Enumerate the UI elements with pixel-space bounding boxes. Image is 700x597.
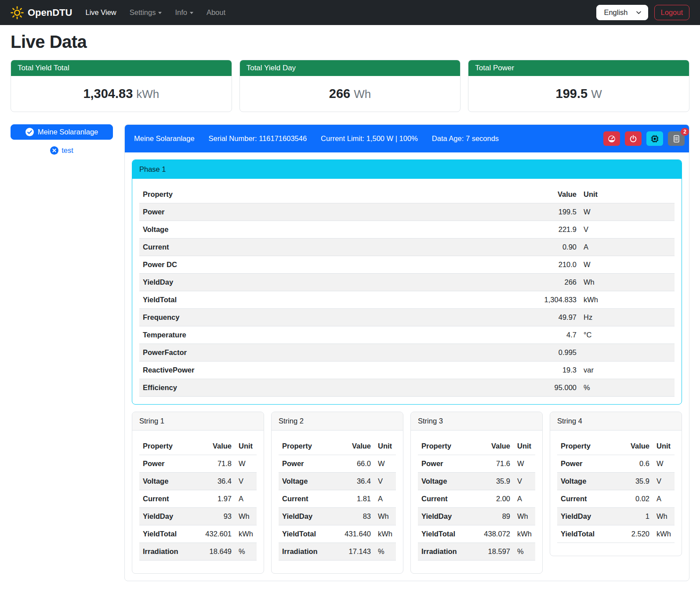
- limit-settings-button[interactable]: [603, 131, 620, 146]
- string-table: Property Value Unit Power0.6WVoltage35.9…: [557, 438, 675, 543]
- unit-cell: Wh: [580, 274, 675, 291]
- property-cell: Current: [139, 239, 538, 256]
- table-row: YieldDay266Wh: [139, 274, 675, 291]
- logout-button[interactable]: Logout: [654, 5, 689, 20]
- column-header-value: Value: [475, 438, 514, 455]
- inverter-header: Meine Solaranlage Serial Number: 1161716…: [125, 125, 689, 152]
- brand[interactable]: OpenDTU: [11, 6, 72, 19]
- unit-cell: A: [235, 490, 257, 508]
- table-header-row: Property Value Unit: [139, 186, 675, 203]
- string-table: Property Value Unit Power71.6WVoltage35.…: [418, 438, 535, 561]
- table-row: Power66.0W: [279, 455, 396, 473]
- value-cell: 17.143: [336, 543, 374, 561]
- value-cell: 431.640: [336, 525, 374, 543]
- summary-value: 266: [329, 87, 350, 101]
- value-cell: 89: [475, 508, 514, 525]
- table-row: Current0.02A: [557, 490, 675, 508]
- property-cell: YieldDay: [279, 508, 336, 525]
- power-button[interactable]: [625, 131, 642, 146]
- table-row: PowerFactor0.995: [139, 344, 675, 362]
- string-title: String 2: [272, 412, 403, 431]
- value-cell: 4.7: [538, 326, 580, 344]
- table-row: Efficiency95.000%: [139, 379, 675, 397]
- phase-title: Phase 1: [132, 160, 682, 179]
- table-row: Power0.6W: [557, 455, 675, 473]
- nav-links: Live View Settings Info About: [85, 8, 225, 17]
- inverter-card: Meine Solaranlage Serial Number: 1161716…: [124, 124, 689, 581]
- table-row: Power199.5W: [139, 203, 675, 221]
- string-table: Property Value Unit Power66.0WVoltage36.…: [279, 438, 396, 561]
- column-header-property: Property: [139, 186, 538, 203]
- column-header-property: Property: [139, 438, 196, 455]
- summary-unit: kWh: [136, 87, 159, 101]
- value-cell: 35.9: [475, 473, 514, 490]
- unit-cell: W: [580, 203, 675, 221]
- page-title: Live Data: [11, 32, 689, 52]
- property-cell: YieldTotal: [279, 525, 336, 543]
- inverter-sidebar: Meine Solaranlage test: [11, 124, 113, 155]
- property-cell: YieldDay: [139, 508, 196, 525]
- power-icon: [629, 135, 637, 143]
- navbar: OpenDTU Live View Settings Info About En…: [0, 0, 700, 25]
- value-cell: 36.4: [336, 473, 374, 490]
- table-header-row: Property Value Unit: [418, 438, 535, 455]
- value-cell: 95.000: [538, 379, 580, 397]
- column-header-property: Property: [418, 438, 475, 455]
- value-cell: 0.90: [538, 239, 580, 256]
- value-cell: 0.995: [538, 344, 580, 362]
- summary-card-title: Total Yield Total: [11, 60, 232, 76]
- column-header-unit: Unit: [374, 438, 396, 455]
- unit-cell: %: [235, 543, 257, 561]
- nav-item-info[interactable]: Info: [175, 8, 193, 17]
- property-cell: Voltage: [279, 473, 336, 490]
- string-table: Property Value Unit Power71.8WVoltage36.…: [139, 438, 257, 561]
- inverter-name: Meine Solaranlage: [134, 134, 195, 143]
- event-log-button[interactable]: 2: [668, 131, 685, 146]
- property-cell: Current: [418, 490, 475, 508]
- property-cell: Irradiation: [418, 543, 475, 561]
- device-info-button[interactable]: [646, 131, 663, 146]
- value-cell: 210.0: [538, 256, 580, 274]
- unit-cell: V: [374, 473, 396, 490]
- property-cell: Voltage: [557, 473, 614, 490]
- inverter-serial: Serial Number: 116171603546: [209, 134, 307, 143]
- unit-cell: kWh: [653, 525, 675, 543]
- nav-item-about[interactable]: About: [207, 8, 225, 17]
- summary-unit: W: [591, 87, 602, 101]
- property-cell: Voltage: [139, 473, 196, 490]
- inverter-select-button[interactable]: Meine Solaranlage: [11, 124, 113, 140]
- sun-icon: [11, 6, 24, 19]
- string-title: String 1: [132, 412, 264, 431]
- unit-cell: V: [514, 473, 535, 490]
- property-cell: Efficiency: [139, 379, 538, 397]
- table-row: Voltage35.9V: [418, 473, 535, 490]
- nav-item-settings[interactable]: Settings: [130, 8, 162, 17]
- column-header-property: Property: [557, 438, 614, 455]
- property-cell: YieldTotal: [418, 525, 475, 543]
- unit-cell: W: [235, 455, 257, 473]
- summary-card-total-yield-day: Total Yield Day 266Wh: [239, 60, 461, 112]
- phase-card: Phase 1 Property Value Unit Power199.5WV…: [132, 159, 682, 405]
- unit-cell: kWh: [580, 291, 675, 309]
- value-cell: 36.4: [196, 473, 235, 490]
- summary-card-total-yield-total: Total Yield Total 1,304.83kWh: [11, 60, 232, 112]
- inverter-limit: Current Limit: 1,500 W | 100%: [321, 134, 418, 143]
- summary-value: 1,304.83: [83, 87, 133, 101]
- property-cell: Power: [279, 455, 336, 473]
- summary-value: 199.5: [556, 87, 588, 101]
- language-select[interactable]: English: [596, 5, 648, 20]
- navbar-right: English Logout: [596, 5, 689, 20]
- table-row: Irradiation17.143%: [279, 543, 396, 561]
- inverter-select-label: Meine Solaranlage: [38, 128, 98, 136]
- string-title: String 4: [550, 412, 682, 431]
- table-row: Voltage221.9V: [139, 221, 675, 239]
- unit-cell: kWh: [514, 525, 535, 543]
- value-cell: 221.9: [538, 221, 580, 239]
- property-cell: YieldTotal: [557, 525, 614, 543]
- table-row: YieldTotal1,304.833kWh: [139, 291, 675, 309]
- unit-cell: °C: [580, 326, 675, 344]
- unit-cell: [580, 344, 675, 362]
- nav-item-live-view[interactable]: Live View: [85, 8, 116, 17]
- value-cell: 18.649: [196, 543, 235, 561]
- inverter-item-test[interactable]: test: [11, 146, 113, 155]
